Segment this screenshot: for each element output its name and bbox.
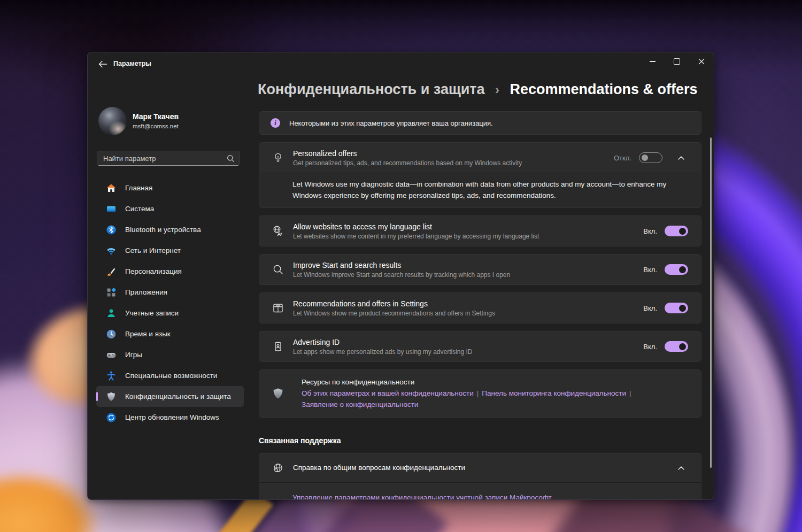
language-list-toggle[interactable] xyxy=(665,226,688,236)
sidebar-item-system[interactable]: Система xyxy=(96,198,244,219)
sidebar-item-label: Сеть и Интернет xyxy=(125,246,181,255)
maximize-button[interactable] xyxy=(665,52,689,71)
link-about-settings[interactable]: Об этих параметрах и вашей конфиденциаль… xyxy=(302,389,474,397)
sidebar-item-home[interactable]: Главная xyxy=(96,178,244,198)
settings-window: Параметры Марк Ткачев msft@comss.net xyxy=(87,52,714,500)
search-input[interactable] xyxy=(97,151,226,165)
advertising-id-toggle[interactable] xyxy=(665,341,688,352)
info-icon: i xyxy=(271,118,280,128)
close-icon xyxy=(698,58,705,65)
sidebar-item-time-language[interactable]: Время и язык xyxy=(96,323,244,344)
back-button[interactable] xyxy=(94,56,111,72)
shield-icon xyxy=(272,387,284,400)
person-icon xyxy=(106,308,117,319)
sidebar-item-network[interactable]: Сеть и Интернет xyxy=(96,240,244,261)
support-card: Справка по общим вопросам конфиденциальн… xyxy=(259,453,701,482)
titlebar: Параметры xyxy=(88,52,714,77)
sidebar-item-label: Игры xyxy=(125,351,142,359)
toggle-knob xyxy=(679,266,686,273)
setting-title: Improve Start and search results xyxy=(293,260,643,270)
setting-card-personalized-offers: Personalized offers Get personalized tip… xyxy=(259,142,701,208)
resources-title: Ресурсы по конфиденциальности xyxy=(302,376,635,388)
scrollbar-thumb[interactable] xyxy=(710,137,712,468)
setting-row: Advertising ID Let apps show me personal… xyxy=(259,331,701,361)
selected-accent-pill xyxy=(96,392,98,401)
improve-search-toggle[interactable] xyxy=(665,264,688,275)
breadcrumb-separator-icon: › xyxy=(495,82,499,97)
search-box[interactable] xyxy=(97,151,240,166)
toggle-knob xyxy=(679,228,686,235)
personalized-offers-toggle[interactable] xyxy=(639,152,662,163)
banner-text: Некоторыми из этих параметров управляет … xyxy=(289,119,493,127)
chevron-up-icon xyxy=(678,466,684,470)
setting-title: Recommendations and offers in Settings xyxy=(293,299,643,309)
link-privacy-dashboard[interactable]: Панель мониторинга конфиденциальности xyxy=(482,389,626,397)
page-title: Recommendations & offers xyxy=(510,81,698,97)
accessibility-icon xyxy=(106,371,117,381)
sidebar-item-label: Персонализация xyxy=(125,267,182,275)
sidebar-item-accessibility[interactable]: Специальные возможности xyxy=(96,365,244,386)
sidebar-item-label: Специальные возможности xyxy=(125,372,217,380)
toggle-state-label: Вкл. xyxy=(643,227,657,235)
toggle-state-label: Вкл. xyxy=(643,343,657,351)
related-support-heading: Связанная поддержка xyxy=(259,436,701,446)
toggle-knob xyxy=(642,155,648,161)
sidebar-item-windows-update[interactable]: Центр обновления Windows xyxy=(96,407,244,428)
sync-icon xyxy=(106,412,117,423)
setting-row: Recommendations and offers in Settings L… xyxy=(259,293,701,323)
setting-card-advertising-id: Advertising ID Let apps show me personal… xyxy=(259,331,701,362)
support-link-row: Управление параметрами конфиденциальност… xyxy=(259,483,701,500)
sidebar-item-label: Система xyxy=(125,205,154,213)
sidebar-nav: Главная Система Bluetooth и устройства С… xyxy=(96,178,244,428)
settings-content: i Некоторыми из этих параметров управляе… xyxy=(259,111,701,500)
sidebar-item-games[interactable]: Игры xyxy=(96,344,244,365)
sidebar-item-accounts[interactable]: Учетные записи xyxy=(96,303,244,323)
toggle-state-label: Откл. xyxy=(614,154,631,162)
setting-card-language-list: A Allow websites to access my language l… xyxy=(259,215,701,246)
setting-title: Personalized offers xyxy=(293,149,614,158)
toggle-state-label: Вкл. xyxy=(643,304,657,312)
sidebar-item-label: Учетные записи xyxy=(125,309,179,317)
minimize-button[interactable] xyxy=(640,52,665,71)
setting-row[interactable]: Personalized offers Get personalized tip… xyxy=(259,143,701,173)
sidebar-item-label: Приложения xyxy=(125,288,167,296)
recommendations-toggle[interactable] xyxy=(665,303,688,313)
home-icon xyxy=(106,183,117,194)
language-list-icon: A xyxy=(272,225,284,237)
setting-title: Advertising ID xyxy=(293,337,643,347)
bluetooth-icon xyxy=(106,225,117,235)
chevron-up-icon xyxy=(678,156,684,160)
wifi-icon xyxy=(106,245,117,256)
apps-icon xyxy=(106,287,117,298)
resources-links: Об этих параметрах и вашей конфиденциаль… xyxy=(302,388,635,410)
link-separator: | xyxy=(629,389,631,397)
link-privacy-statement[interactable]: Заявление о конфиденциальности xyxy=(302,400,418,408)
back-arrow-icon xyxy=(98,60,107,68)
breadcrumb: Конфиденциальность и защита › Recommenda… xyxy=(258,81,698,98)
close-button[interactable] xyxy=(689,52,714,71)
sidebar-item-apps[interactable]: Приложения xyxy=(96,282,244,303)
sidebar-item-bluetooth[interactable]: Bluetooth и устройства xyxy=(96,219,244,240)
link-manage-ms-privacy[interactable]: Управление параметрами конфиденциальност… xyxy=(292,494,552,500)
sidebar-item-privacy[interactable]: Конфиденциальность и защита xyxy=(96,386,244,407)
setting-desc: Let Windows show me product recommendati… xyxy=(293,310,643,318)
setting-desc: Let apps show me personalized ads by usi… xyxy=(293,348,643,356)
toggle-knob xyxy=(679,305,686,312)
setting-desc: Let Windows improve Start and search res… xyxy=(293,271,643,279)
support-card-title: Справка по общим вопросам конфиденциальн… xyxy=(293,463,662,473)
sidebar-item-personalization[interactable]: Персонализация xyxy=(96,261,244,282)
privacy-shield-icon xyxy=(106,391,117,402)
magnifier-icon xyxy=(272,263,284,276)
setting-row: Improve Start and search results Let Win… xyxy=(259,255,701,284)
collapse-button[interactable] xyxy=(674,151,688,165)
window-controls xyxy=(640,52,714,71)
support-collapse-button[interactable] xyxy=(674,461,688,475)
toggle-state-label: Вкл. xyxy=(643,266,657,274)
setting-row: A Allow websites to access my language l… xyxy=(259,216,701,246)
lightbulb-icon xyxy=(272,151,284,164)
breadcrumb-parent[interactable]: Конфиденциальность и защита xyxy=(258,81,485,97)
toggle-knob xyxy=(679,343,686,350)
support-header-row[interactable]: Справка по общим вопросам конфиденциальн… xyxy=(259,453,701,482)
avatar[interactable] xyxy=(98,107,127,135)
setting-desc: Let websites show me content in my prefe… xyxy=(293,233,643,241)
